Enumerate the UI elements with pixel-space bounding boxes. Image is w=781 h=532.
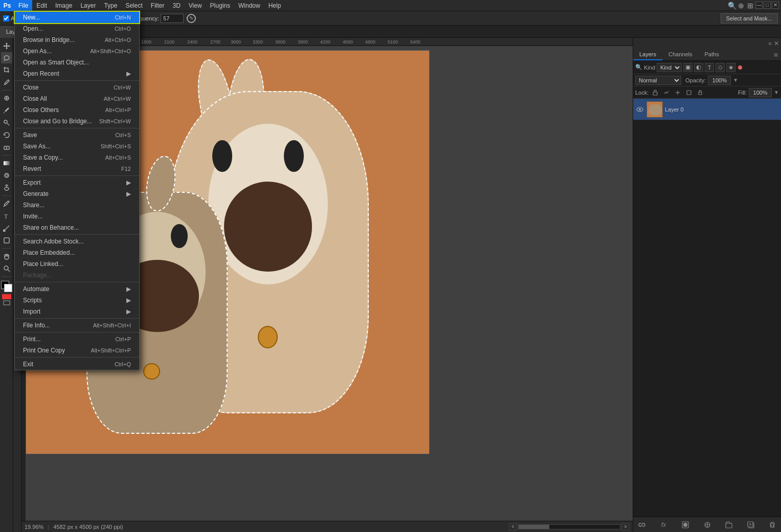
fill-input[interactable] xyxy=(749,88,772,97)
minimize-button[interactable]: — xyxy=(755,2,763,9)
filter-text-icon[interactable]: T xyxy=(705,63,714,72)
gradient-tool[interactable] xyxy=(1,158,12,169)
menu-item-import[interactable]: Import▶ xyxy=(15,306,139,317)
layer-link-icon[interactable] xyxy=(636,519,648,530)
menu-item-browse-in-bridge-[interactable]: Browse in Bridge...Alt+Ctrl+O xyxy=(15,34,139,46)
scroll-left-button[interactable]: < xyxy=(509,523,517,530)
opacity-input[interactable] xyxy=(708,76,731,85)
path-selection-tool[interactable] xyxy=(1,223,12,234)
lock-transparent-icon[interactable] xyxy=(651,88,660,97)
eraser-tool[interactable] xyxy=(1,142,12,153)
pen-tool[interactable] xyxy=(1,198,12,209)
filter-kind-select[interactable]: Kind xyxy=(657,63,682,72)
menu-item-file-info-[interactable]: File Info...Alt+Shift+Ctrl+I xyxy=(15,320,139,331)
layer-new-icon[interactable] xyxy=(745,519,756,530)
menu-select[interactable]: Select xyxy=(121,0,146,11)
layer-adjustment-icon[interactable] xyxy=(702,519,713,530)
menu-item-place-embedded-[interactable]: Place Embedded... xyxy=(15,247,139,258)
menu-item-open-recent[interactable]: Open Recent▶ xyxy=(15,68,139,79)
menu-layer[interactable]: Layer xyxy=(76,0,100,11)
menu-item-save[interactable]: SaveCtrl+S xyxy=(15,129,139,141)
filter-shape-icon[interactable]: ◇ xyxy=(716,63,725,72)
scroll-right-button[interactable]: > xyxy=(621,523,630,530)
select-and-mask-button[interactable]: Select and Mask... xyxy=(721,13,778,24)
opacity-arrow-down[interactable]: ▼ xyxy=(733,77,738,83)
blend-mode-select[interactable]: Normal xyxy=(635,76,681,85)
menu-item-scripts[interactable]: Scripts▶ xyxy=(15,295,139,306)
lock-all-icon[interactable] xyxy=(696,88,705,97)
filter-smart-icon[interactable]: ◈ xyxy=(726,63,735,72)
menu-item-place-linked-[interactable]: Place Linked... xyxy=(15,258,139,270)
menu-image[interactable]: Image xyxy=(51,0,76,11)
menu-help[interactable]: Help xyxy=(264,0,285,11)
menu-item-open-as-[interactable]: Open As...Alt+Shift+Ctrl+O xyxy=(15,46,139,57)
menu-item-print-[interactable]: Print...Ctrl+P xyxy=(15,334,139,345)
fill-arrow-down[interactable]: ▼ xyxy=(774,90,779,95)
menu-item-share-[interactable]: Share... xyxy=(15,199,139,211)
layer-delete-icon[interactable] xyxy=(767,519,778,530)
menu-item-revert[interactable]: RevertF12 xyxy=(15,163,139,174)
history-brush-tool[interactable] xyxy=(1,129,12,141)
stylus-pressure-icon[interactable]: ✎ xyxy=(187,14,196,23)
menu-item-save-a-copy-[interactable]: Save a Copy...Alt+Ctrl+S xyxy=(15,152,139,163)
menu-filter[interactable]: Filter xyxy=(147,0,169,11)
layer-mask-icon[interactable] xyxy=(680,519,691,530)
text-tool[interactable]: T xyxy=(1,210,12,221)
background-color[interactable] xyxy=(4,284,12,292)
menu-window[interactable]: Window xyxy=(234,0,264,11)
magnify-icon[interactable]: ⊕ xyxy=(737,2,745,10)
quick-mask-icon[interactable] xyxy=(2,294,11,299)
clone-stamp-tool[interactable] xyxy=(1,117,12,128)
menu-file[interactable]: File xyxy=(14,0,32,11)
menu-item-close-all[interactable]: Close AllAlt+Ctrl+W xyxy=(15,93,139,104)
move-tool[interactable] xyxy=(1,40,12,51)
menu-3d[interactable]: 3D xyxy=(168,0,184,11)
menu-item-new-[interactable]: New...Ctrl+N xyxy=(15,12,139,23)
menu-item-invite-[interactable]: Invite... xyxy=(15,211,139,222)
lasso-tool[interactable] xyxy=(1,52,12,63)
menu-item-exit[interactable]: ExitCtrl+Q xyxy=(15,359,139,370)
menu-plugins[interactable]: Plugins xyxy=(206,0,234,11)
layers-tab[interactable]: Layers xyxy=(633,49,662,60)
fg-bg-colors[interactable] xyxy=(1,281,12,292)
menu-item-search-adobe-stock-[interactable]: Search Adobe Stock... xyxy=(15,236,139,247)
shape-tool[interactable] xyxy=(1,235,12,246)
menu-edit[interactable]: Edit xyxy=(32,0,51,11)
menu-item-export[interactable]: Export▶ xyxy=(15,177,139,188)
panel-close-button[interactable]: ✕ xyxy=(774,40,779,47)
screen-mode-icon[interactable] xyxy=(2,300,11,305)
menu-item-print-one-copy[interactable]: Print One CopyAlt+Shift+Ctrl+P xyxy=(15,345,139,356)
menu-view[interactable]: View xyxy=(185,0,206,11)
zoom-tool[interactable] xyxy=(1,263,12,274)
frequency-input[interactable] xyxy=(161,14,184,23)
search-icon[interactable]: 🔍 xyxy=(728,2,736,10)
anti-alias-checkbox[interactable] xyxy=(3,15,9,21)
filter-adjustment-icon[interactable]: ◐ xyxy=(694,63,703,72)
channels-tab[interactable]: Channels xyxy=(662,49,698,60)
healing-tool[interactable] xyxy=(1,93,12,104)
menu-item-close-and-go-to-bridge-[interactable]: Close and Go to Bridge...Shift+Ctrl+W xyxy=(15,116,139,127)
layers-panel-menu-icon[interactable]: ≡ xyxy=(771,51,781,59)
menu-item-open-as-smart-object-[interactable]: Open as Smart Object... xyxy=(15,57,139,68)
layer-row[interactable]: Layer 0 xyxy=(633,99,781,120)
filter-pixel-icon[interactable]: ▣ xyxy=(683,63,693,72)
lock-position-icon[interactable] xyxy=(673,88,682,97)
grid-icon[interactable]: ⊞ xyxy=(746,2,754,10)
close-button[interactable]: ✕ xyxy=(772,2,779,9)
layer-visibility-toggle[interactable] xyxy=(635,105,644,114)
menu-item-close[interactable]: CloseCtrl+W xyxy=(15,82,139,93)
paths-tab[interactable]: Paths xyxy=(699,49,725,60)
layer-fx-icon[interactable]: fx xyxy=(658,519,670,530)
panel-collapse-button[interactable]: « xyxy=(768,40,772,47)
lock-image-pixels-icon[interactable] xyxy=(662,88,671,97)
eyedropper-tool[interactable] xyxy=(1,77,12,88)
menu-item-automate[interactable]: Automate▶ xyxy=(15,283,139,295)
menu-item-generate[interactable]: Generate▶ xyxy=(15,188,139,199)
dodge-tool[interactable] xyxy=(1,182,12,193)
blur-tool[interactable] xyxy=(1,170,12,181)
menu-item-open-[interactable]: Open...Ctrl+O xyxy=(15,23,139,34)
menu-type[interactable]: Type xyxy=(100,0,121,11)
maximize-button[interactable]: □ xyxy=(764,2,771,9)
menu-item-save-as-[interactable]: Save As...Shift+Ctrl+S xyxy=(15,141,139,152)
hand-tool[interactable] xyxy=(1,251,12,262)
